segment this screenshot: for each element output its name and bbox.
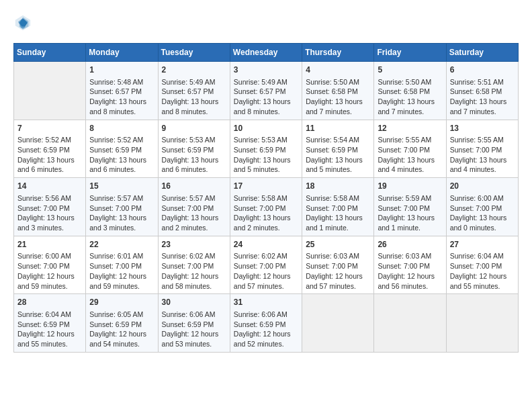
cell-content-line: Sunset: 7:00 PM: [162, 261, 226, 271]
calendar-cell: [446, 294, 518, 353]
cell-content-line: Sunrise: 5:55 AM: [378, 135, 442, 145]
cell-content-line: Sunrise: 6:06 AM: [162, 310, 226, 320]
day-header-sunday: Sunday: [14, 44, 86, 62]
week-row-4: 21Sunrise: 6:00 AMSunset: 7:00 PMDayligh…: [14, 236, 519, 294]
calendar-cell: 10Sunrise: 5:53 AMSunset: 6:59 PMDayligh…: [230, 120, 302, 178]
calendar-cell: 27Sunrise: 6:04 AMSunset: 7:00 PMDayligh…: [446, 236, 518, 294]
cell-content-line: Sunset: 6:59 PM: [162, 145, 226, 155]
calendar-cell: 14Sunrise: 5:56 AMSunset: 7:00 PMDayligh…: [14, 178, 86, 236]
cell-content-line: Sunrise: 6:01 AM: [89, 251, 154, 261]
cell-content-line: Sunset: 6:59 PM: [162, 320, 226, 330]
calendar-cell: 13Sunrise: 5:55 AMSunset: 7:00 PMDayligh…: [446, 120, 518, 178]
cell-content-line: Sunset: 7:00 PM: [234, 203, 298, 214]
cell-content-line: Sunset: 6:59 PM: [89, 145, 154, 155]
cell-content-line: Daylight: 12 hours and 52 minutes.: [234, 329, 298, 349]
day-number: 31: [234, 297, 298, 308]
cell-content-line: Sunset: 6:57 PM: [89, 87, 154, 97]
cell-content-line: Sunrise: 5:57 AM: [162, 193, 226, 203]
cell-content-line: Sunrise: 5:49 AM: [162, 77, 226, 87]
cell-content-line: Daylight: 13 hours and 2 minutes.: [234, 213, 298, 232]
cell-content-line: Daylight: 13 hours and 3 minutes.: [17, 213, 82, 232]
calendar-cell: 2Sunrise: 5:49 AMSunset: 6:57 PMDaylight…: [158, 62, 230, 120]
day-number: 2: [162, 64, 226, 76]
cell-content-line: Sunrise: 5:50 AM: [378, 77, 442, 87]
calendar-cell: 15Sunrise: 5:57 AMSunset: 7:00 PMDayligh…: [86, 178, 158, 236]
day-header-wednesday: Wednesday: [230, 44, 302, 62]
day-number: 18: [306, 181, 370, 192]
cell-content-line: Sunrise: 6:02 AM: [162, 251, 226, 261]
day-number: 27: [450, 239, 515, 250]
calendar-cell: 23Sunrise: 6:02 AMSunset: 7:00 PMDayligh…: [158, 236, 230, 294]
cell-content-line: Sunrise: 5:52 AM: [17, 135, 82, 145]
cell-content-line: Sunset: 7:00 PM: [378, 203, 442, 214]
day-number: 7: [17, 123, 82, 134]
calendar-table: SundayMondayTuesdayWednesdayThursdayFrid…: [13, 43, 519, 353]
cell-content-line: Sunrise: 5:51 AM: [450, 77, 515, 87]
calendar-cell: 25Sunrise: 6:03 AMSunset: 7:00 PMDayligh…: [302, 236, 374, 294]
cell-content-line: Daylight: 12 hours and 55 minutes.: [450, 271, 515, 291]
cell-content-line: Sunrise: 5:54 AM: [306, 135, 370, 145]
cell-content-line: Sunset: 6:59 PM: [234, 145, 298, 155]
cell-content-line: Daylight: 12 hours and 58 minutes.: [162, 271, 226, 291]
week-row-2: 7Sunrise: 5:52 AMSunset: 6:59 PMDaylight…: [14, 120, 519, 178]
day-header-thursday: Thursday: [302, 44, 374, 62]
cell-content-line: Daylight: 12 hours and 59 minutes.: [89, 271, 154, 291]
cell-content-line: Sunrise: 5:58 AM: [306, 193, 370, 203]
cell-content-line: Daylight: 13 hours and 5 minutes.: [306, 155, 370, 175]
calendar-cell: 18Sunrise: 5:58 AMSunset: 7:00 PMDayligh…: [302, 178, 374, 236]
cell-content-line: Daylight: 12 hours and 56 minutes.: [378, 271, 442, 291]
day-number: 1: [89, 64, 154, 76]
header-row: SundayMondayTuesdayWednesdayThursdayFrid…: [14, 44, 519, 62]
cell-content-line: Daylight: 13 hours and 0 minutes.: [450, 213, 515, 232]
day-number: 17: [234, 181, 298, 192]
calendar-cell: 3Sunrise: 5:49 AMSunset: 6:57 PMDaylight…: [230, 62, 302, 120]
calendar-cell: [14, 62, 86, 120]
day-number: 26: [378, 239, 442, 250]
cell-content-line: Daylight: 13 hours and 5 minutes.: [234, 155, 298, 175]
day-number: 24: [234, 239, 298, 250]
calendar-cell: [374, 294, 446, 353]
day-number: 12: [378, 123, 442, 134]
cell-content-line: Daylight: 13 hours and 6 minutes.: [89, 155, 154, 175]
day-number: 16: [162, 181, 226, 192]
cell-content-line: Sunset: 6:59 PM: [17, 320, 82, 330]
cell-content-line: Daylight: 12 hours and 59 minutes.: [17, 271, 82, 291]
day-number: 10: [234, 123, 298, 134]
calendar-cell: 19Sunrise: 5:59 AMSunset: 7:00 PMDayligh…: [374, 178, 446, 236]
cell-content-line: Daylight: 13 hours and 7 minutes.: [306, 97, 370, 116]
cell-content-line: Daylight: 13 hours and 1 minute.: [378, 213, 442, 232]
cell-content-line: Sunset: 7:00 PM: [306, 261, 370, 271]
cell-content-line: Sunrise: 5:58 AM: [234, 193, 298, 203]
day-number: 6: [450, 64, 515, 76]
cell-content-line: Daylight: 13 hours and 6 minutes.: [162, 155, 226, 175]
day-number: 14: [17, 181, 82, 192]
cell-content-line: Sunrise: 6:05 AM: [89, 310, 154, 320]
cell-content-line: Sunrise: 6:03 AM: [378, 251, 442, 261]
cell-content-line: Daylight: 13 hours and 8 minutes.: [234, 97, 298, 116]
week-row-3: 14Sunrise: 5:56 AMSunset: 7:00 PMDayligh…: [14, 178, 519, 236]
cell-content-line: Daylight: 13 hours and 8 minutes.: [162, 97, 226, 116]
cell-content-line: Daylight: 13 hours and 8 minutes.: [89, 97, 154, 116]
cell-content-line: Daylight: 12 hours and 57 minutes.: [306, 271, 370, 291]
cell-content-line: Sunset: 6:58 PM: [306, 87, 370, 97]
calendar-cell: 31Sunrise: 6:06 AMSunset: 6:59 PMDayligh…: [230, 294, 302, 353]
cell-content-line: Sunrise: 5:55 AM: [450, 135, 515, 145]
cell-content-line: Sunset: 6:58 PM: [450, 87, 515, 97]
calendar-cell: [302, 294, 374, 353]
cell-content-line: Sunrise: 5:50 AM: [306, 77, 370, 87]
cell-content-line: Daylight: 12 hours and 57 minutes.: [234, 271, 298, 291]
cell-content-line: Daylight: 13 hours and 4 minutes.: [378, 155, 442, 175]
cell-content-line: Sunset: 7:00 PM: [17, 261, 82, 271]
day-number: 11: [306, 123, 370, 134]
calendar-cell: 11Sunrise: 5:54 AMSunset: 6:59 PMDayligh…: [302, 120, 374, 178]
cell-content-line: Sunset: 6:57 PM: [162, 87, 226, 97]
cell-content-line: Sunrise: 6:02 AM: [234, 251, 298, 261]
cell-content-line: Sunset: 6:59 PM: [306, 145, 370, 155]
cell-content-line: Sunset: 7:00 PM: [89, 203, 154, 214]
cell-content-line: Sunrise: 6:06 AM: [234, 310, 298, 320]
calendar-cell: 7Sunrise: 5:52 AMSunset: 6:59 PMDaylight…: [14, 120, 86, 178]
logo: [13, 13, 35, 32]
cell-content-line: Daylight: 12 hours and 55 minutes.: [17, 329, 82, 349]
day-number: 3: [234, 64, 298, 76]
cell-content-line: Sunset: 7:00 PM: [89, 261, 154, 271]
